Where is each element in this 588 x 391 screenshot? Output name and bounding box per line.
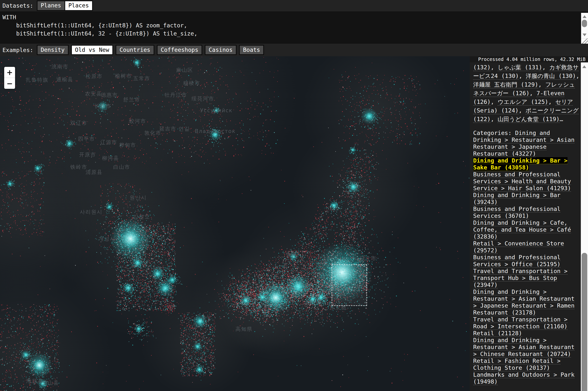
map-city-label: 长春市 [94, 103, 111, 109]
sql-editor[interactable]: WITH bitShiftLeft(1::UInt64, {z:UInt8}) … [0, 11, 588, 44]
zoom-in-button[interactable]: + [4, 67, 15, 78]
example-button-coffeeshops[interactable]: Coffeeshops [157, 45, 202, 55]
category-row: Retail (21128) [473, 330, 581, 337]
map-city-label: 清原县 [85, 169, 103, 176]
category-row: Categories: Dining and Drinking > Restau… [473, 129, 581, 157]
results-sidebar: Processed 4.04 million rows, 42.32 MiB (… [470, 56, 588, 391]
brand-link[interactable]: 洋服の青山 (130) [526, 73, 576, 80]
map-city-label: 海盐县 [26, 378, 43, 384]
scroll-up-icon[interactable] [582, 65, 586, 68]
category-link[interactable]: Landmarks and Outdoors > Park (19498) [473, 371, 575, 385]
map-city-label: 柳河县 [102, 155, 119, 162]
tile-selection-box [332, 265, 367, 306]
map-city-label: 桦甸市 [119, 142, 136, 149]
map-city-label: 蛟河市 [129, 118, 146, 125]
map-city-label: 牡丹江市 [164, 92, 187, 98]
category-link[interactable]: Dining and Drinking > Restaurant > Asian… [473, 288, 575, 316]
category-link[interactable]: Dining and Drinking > Cafe, Coffee, and … [473, 219, 571, 240]
category-link[interactable]: Travel and Transportation > Road > Inter… [473, 316, 568, 330]
category-link[interactable]: Retail (21128) [473, 330, 522, 337]
map-city-label: 岱山县 [42, 380, 59, 386]
map-zoom-control: + − [4, 67, 15, 89]
map-city-label: 日立市 [360, 255, 377, 262]
map-city-label: 铁岭市 [70, 164, 87, 171]
category-link[interactable]: Retail > Fashion Retail > Clothing Store… [473, 357, 561, 371]
category-link[interactable]: Dining and Drinking > Bar (39243) [473, 192, 561, 205]
example-button-countries[interactable]: Countries [116, 45, 154, 55]
dataset-button-planes[interactable]: Planes [37, 1, 64, 10]
example-button-boats[interactable]: Boats [239, 45, 264, 55]
categories-heading: Categories: [473, 129, 515, 136]
map-city-label: 敦化市 [145, 129, 161, 136]
brand-link[interactable]: ウエルシア (125) [498, 98, 548, 105]
brand-link[interactable]: 洋麺屋 五右衛門 (129) [473, 81, 538, 88]
map-city-label: Уссурийск [200, 107, 233, 113]
category-link[interactable]: Travel and Transportation > Transport Hu… [473, 268, 568, 288]
example-button-old-vs-new[interactable]: Old vs New [71, 45, 113, 55]
map-city-label: 金沢 [286, 251, 297, 258]
category-link[interactable]: Retail > Convenience Store (29572) [473, 240, 564, 254]
map-city-label: 辽源市 [100, 139, 117, 146]
examples-bar: Examples: DensityOld vs NewCountriesCoff… [0, 44, 588, 56]
map-city-label: Владивосток [195, 128, 236, 134]
sql-editor-scrollbar[interactable] [581, 13, 588, 44]
example-button-casinos[interactable]: Casinos [205, 45, 237, 55]
category-link-highlighted[interactable]: Dining and Drinking > Bar > Sake Bar (43… [473, 157, 568, 171]
category-link[interactable]: Business and Professional Services > Hea… [473, 171, 571, 192]
zoom-out-button[interactable]: − [4, 78, 15, 89]
category-row: Business and Professional Services > Hea… [473, 171, 581, 192]
map-city-label: 四平市 [78, 135, 95, 142]
sidebar-scrollbar-thumb[interactable] [582, 253, 587, 391]
map-city-label: 德惠市 [101, 92, 118, 98]
category-link[interactable]: Business and Professional Services > Off… [473, 254, 561, 268]
dataset-button-places[interactable]: Places [65, 1, 92, 10]
query-status: Processed 4.04 million rows, 42.32 MiB [470, 56, 588, 62]
map-city-label: 五常市 [133, 75, 150, 82]
app-window: Datasets: PlanesPlaces WITH bitShiftLeft… [0, 0, 588, 391]
category-row: Dining and Drinking > Bar (39243) [473, 192, 581, 205]
brand-link[interactable]: (132) [473, 64, 491, 71]
sql-scrollbar-thumb[interactable] [582, 20, 587, 27]
map-city-label: 松原市 [85, 73, 103, 80]
datasets-bar: Datasets: PlanesPlaces [0, 0, 588, 11]
scroll-up-icon[interactable] [583, 15, 587, 18]
category-link[interactable]: Business and Professional Services (3670… [473, 205, 561, 219]
category-row: Dining and Drinking > Cafe, Coffee, and … [473, 219, 581, 240]
scroll-down-icon[interactable] [583, 34, 587, 36]
map-city-label: 사리원시 [80, 208, 103, 215]
map-city-label: 白山市 [113, 164, 130, 171]
sql-code[interactable]: WITH bitShiftLeft(1::UInt64, {z:UInt8}) … [0, 11, 588, 38]
sidebar-scrollbar[interactable] [581, 62, 588, 391]
map-city-label: 通榆县 [56, 76, 73, 83]
map-city-label: 榆树市 [115, 73, 132, 80]
map-city-label: 麻山区 [176, 67, 193, 74]
examples-button-group: DensityOld vs NewCountriesCoffeeshopsCas… [37, 45, 264, 55]
brands-ellipsis: … [560, 116, 563, 123]
map-city-label: 延吉市 연길 [159, 125, 190, 132]
results-content: (132), しゃぶ葉 (131), カギ救急サービス24 (130), 洋服の… [470, 62, 581, 391]
map-city-label: 农安县 [85, 90, 102, 97]
map-city-label: 穆棱市 [183, 80, 200, 87]
brand-link[interactable]: 山田うどん食堂 (119) [498, 116, 560, 123]
map-city-label: 강원도 [133, 213, 150, 220]
categories-list: Categories: Dining and Drinking > Restau… [473, 129, 581, 385]
category-row: Dining and Drinking > Bar > Sake Bar (43… [473, 157, 581, 171]
map-city-label: 高知県 [236, 326, 253, 333]
brands-list: (132), しゃぶ葉 (131), カギ救急サービス24 (130), 洋服の… [473, 63, 581, 124]
category-row: Retail > Fashion Retail > Clothing Store… [473, 357, 581, 371]
map-city-label: 원산시 [130, 194, 147, 201]
map-city-label: 扎鲁特旗 [26, 77, 48, 83]
map-city-label: 浜松市 [304, 299, 321, 306]
map-city-label: 绥芬河市 [191, 95, 214, 102]
datasets-button-group: PlanesPlaces [37, 0, 93, 11]
category-row: Travel and Transportation > Transport Hu… [473, 268, 581, 288]
datasets-label: Datasets: [2, 2, 33, 9]
map-city-label: 开原市 [79, 151, 96, 158]
category-row: Business and Professional Services > Off… [473, 254, 581, 268]
examples-label: Examples: [2, 47, 33, 53]
category-link[interactable]: Dining and Drinking > Restaurant > Asian… [473, 337, 575, 357]
textarea-resize-grip-icon[interactable] [581, 38, 588, 44]
brand-link[interactable]: しゃぶ葉 (131) [498, 64, 542, 71]
example-button-density[interactable]: Density [37, 45, 69, 55]
category-row: Dining and Drinking > Restaurant > Asian… [473, 288, 581, 316]
